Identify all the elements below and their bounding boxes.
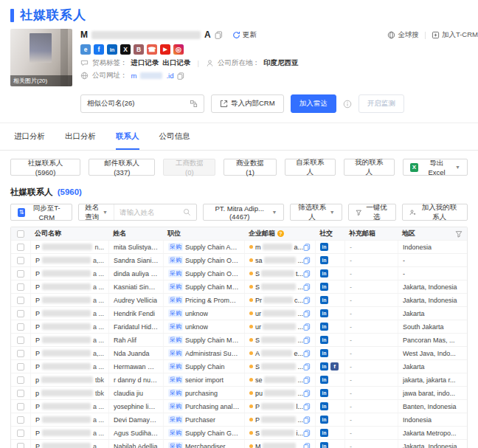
- table-row[interactable]: p tbk r danny d nurpat... 采购 senior impo…: [11, 373, 467, 386]
- copy-icon[interactable]: [303, 443, 311, 448]
- name-search-input[interactable]: [119, 208, 183, 216]
- company-filter-select[interactable]: PT. Mitra Adip...(4467) ▼: [203, 204, 284, 221]
- row-checkbox[interactable]: [17, 403, 24, 410]
- linkedin-icon[interactable]: in: [320, 442, 328, 448]
- tab-1[interactable]: 进口分析: [14, 131, 45, 150]
- copy-icon[interactable]: [303, 363, 311, 371]
- join-radar-button[interactable]: 加入雷达: [291, 94, 336, 113]
- subtab-1[interactable]: 社媒联系人(5960): [10, 159, 80, 176]
- row-checkbox[interactable]: [17, 270, 24, 278]
- sync-tcrm-button[interactable]: ⇅ 同步至T-CRM: [10, 204, 72, 221]
- linkedin-icon[interactable]: in: [320, 402, 328, 410]
- linkedin-icon[interactable]: in: [107, 44, 117, 55]
- subtab-5[interactable]: 自采联系人: [285, 159, 336, 176]
- table-row[interactable]: P a ... Hermawan Sapu... 采购 Supply Chain…: [11, 359, 467, 373]
- tab-3[interactable]: 联系人: [116, 131, 139, 150]
- copy-icon[interactable]: [177, 72, 184, 80]
- phone-icon[interactable]: ☎: [147, 44, 157, 55]
- facebook-icon[interactable]: f: [94, 44, 104, 55]
- copy-icon[interactable]: [303, 337, 311, 344]
- table-row[interactable]: P a ... Faridatul Hidzroh 采购 unknow ur .…: [11, 320, 467, 333]
- trade-tag-export[interactable]: 出口记录: [163, 58, 191, 68]
- linkedin-icon[interactable]: in: [320, 296, 328, 304]
- filter-funnel-icon[interactable]: [455, 230, 463, 238]
- row-checkbox[interactable]: [17, 363, 24, 371]
- copy-icon[interactable]: [303, 270, 311, 278]
- x-twitter-icon[interactable]: X: [120, 44, 131, 55]
- linkedin-icon[interactable]: in: [320, 376, 328, 384]
- instagram-icon[interactable]: ◎: [173, 44, 184, 55]
- linkedin-icon[interactable]: in: [320, 336, 328, 344]
- linkedin-icon[interactable]: in: [320, 269, 328, 278]
- linkedin-icon[interactable]: in: [320, 362, 328, 371]
- row-checkbox[interactable]: [17, 257, 24, 264]
- table-row[interactable]: P a ... Nabilah Adellia 采购 Merchandiser …: [11, 439, 467, 448]
- row-checkbox[interactable]: [17, 350, 24, 357]
- row-checkbox[interactable]: [17, 323, 24, 331]
- blog-icon[interactable]: B: [134, 44, 144, 55]
- copy-icon[interactable]: [303, 244, 311, 251]
- table-row[interactable]: P a ... Kasniati Sinaga 采购 Supply Chain …: [11, 280, 467, 293]
- copy-icon[interactable]: [303, 257, 311, 264]
- copy-icon[interactable]: [303, 297, 311, 304]
- row-checkbox[interactable]: [17, 443, 24, 448]
- copy-icon[interactable]: [303, 376, 311, 384]
- select-all-checkbox[interactable]: [17, 230, 24, 238]
- company-photo[interactable]: 相关图片(20): [10, 29, 72, 86]
- tab-4[interactable]: 公司信息: [159, 131, 190, 150]
- table-row[interactable]: P a ... Rah Alif 采购 Supply Chain Managem…: [11, 333, 467, 346]
- row-checkbox[interactable]: [17, 376, 24, 384]
- row-checkbox[interactable]: [17, 244, 24, 251]
- export-excel-button[interactable]: X 导出 Excel ▼: [403, 159, 468, 176]
- table-row[interactable]: P a ... Hendrik Fendi 采购 unknow ur ... i…: [11, 306, 467, 320]
- refresh-button[interactable]: 更新: [232, 30, 257, 40]
- website-prefix[interactable]: m: [131, 72, 137, 80]
- subtab-4[interactable]: 商业数据(1): [224, 159, 276, 176]
- linkedin-icon[interactable]: in: [320, 256, 328, 264]
- info-icon[interactable]: [343, 100, 352, 108]
- filter-contacts-select[interactable]: 筛选联系人 ▼: [290, 204, 342, 221]
- tab-2[interactable]: 出口分析: [65, 131, 96, 150]
- help-icon[interactable]: ?: [277, 230, 284, 237]
- table-row[interactable]: P a ... Devi Damayanti 采购 Purchaser P ..…: [11, 413, 467, 426]
- add-my-contacts-button[interactable]: 加入我的联系人: [402, 204, 468, 221]
- one-click-optimize-button[interactable]: 一键优选: [348, 204, 396, 221]
- row-checkbox[interactable]: [17, 430, 24, 437]
- copy-icon[interactable]: [303, 416, 311, 424]
- copy-icon[interactable]: [303, 390, 311, 397]
- search-icon[interactable]: [183, 208, 191, 216]
- row-checkbox[interactable]: [17, 310, 24, 317]
- linkedin-icon[interactable]: in: [320, 309, 328, 317]
- table-row[interactable]: P a ... dinda auliya adha 采购 Supply Chai…: [11, 266, 467, 280]
- copy-icon[interactable]: [215, 31, 223, 39]
- subtab-2[interactable]: 邮件联系人(337): [89, 159, 155, 176]
- linkedin-icon[interactable]: in: [320, 429, 328, 437]
- table-row[interactable]: P a ... Audrey Vellicia 采购 Pricing & Pro…: [11, 293, 467, 306]
- copy-icon[interactable]: [303, 283, 311, 291]
- website-suffix[interactable]: .id: [166, 72, 173, 80]
- table-row[interactable]: P a ... Agus Sudiharjo 采购 Supply Chain G…: [11, 426, 467, 439]
- youtube-icon[interactable]: ▶: [160, 44, 170, 55]
- join-tcrm-button[interactable]: 加入T-CRM: [432, 30, 478, 40]
- website-icon[interactable]: e: [80, 44, 91, 55]
- linkedin-icon[interactable]: in: [320, 416, 328, 424]
- row-checkbox[interactable]: [17, 297, 24, 304]
- linkedin-icon[interactable]: in: [320, 243, 328, 251]
- copy-icon[interactable]: [303, 403, 311, 410]
- row-checkbox[interactable]: [17, 390, 24, 397]
- facebook-icon[interactable]: f: [330, 362, 339, 371]
- linkedin-icon[interactable]: in: [320, 323, 328, 331]
- similar-companies-button[interactable]: 相似公司名(26): [80, 94, 204, 113]
- row-checkbox[interactable]: [17, 283, 24, 291]
- table-row[interactable]: P a,... Nda Juanda 采购 Administrasi Suppl…: [11, 346, 467, 359]
- copy-icon[interactable]: [303, 430, 311, 437]
- linkedin-icon[interactable]: in: [320, 283, 328, 291]
- copy-icon[interactable]: [303, 350, 311, 357]
- linkedin-icon[interactable]: in: [320, 389, 328, 397]
- copy-icon[interactable]: [303, 323, 311, 331]
- table-row[interactable]: P a ... yosephine liviane 采购 Purchasing …: [11, 399, 467, 413]
- row-checkbox[interactable]: [17, 416, 24, 424]
- table-row[interactable]: P n... mita Sulistyandari 采购 Supply Chai…: [11, 240, 467, 253]
- table-row[interactable]: P a,... Sandra Sianipar 采购 Supply Chain …: [11, 253, 467, 266]
- global-search-button[interactable]: 全球搜: [387, 30, 419, 40]
